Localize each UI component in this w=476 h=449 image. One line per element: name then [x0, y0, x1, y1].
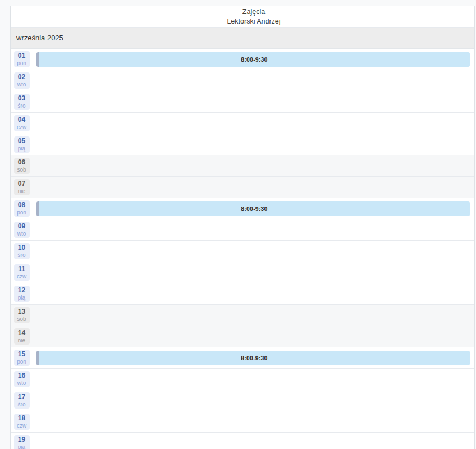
day-number: 04	[16, 116, 28, 124]
day-number: 12	[16, 287, 28, 295]
day-content-cell	[33, 134, 474, 155]
day-content-cell: 8:00-9:30	[33, 49, 474, 70]
event-time: 8:00-9:30	[241, 56, 267, 63]
day-name: wto	[16, 231, 28, 237]
month-row: września 2025	[11, 28, 474, 49]
event-time: 8:00-9:30	[241, 355, 267, 361]
day-badge: 15 pon	[14, 350, 30, 366]
day-content-cell: 8:00-9:30	[33, 198, 474, 219]
day-number: 16	[16, 372, 28, 380]
day-row: 02 wto	[11, 70, 474, 91]
day-row: 14 nie	[11, 326, 474, 347]
day-row: 07 nie	[11, 177, 474, 198]
day-badge: 12 pią	[14, 286, 30, 302]
day-number: 06	[16, 159, 28, 167]
day-content-cell	[33, 369, 474, 390]
day-row: 10 śro	[11, 241, 474, 262]
day-number: 13	[16, 308, 28, 316]
event-bar[interactable]: 8:00-9:30	[36, 52, 470, 67]
day-row: 17 śro	[11, 390, 474, 411]
event-bar[interactable]: 8:00-9:30	[36, 201, 470, 216]
day-row: 04 czw	[11, 113, 474, 134]
day-number: 05	[16, 138, 28, 145]
day-content-cell	[33, 155, 474, 176]
day-row: 13 sob	[11, 305, 474, 326]
day-number: 19	[16, 436, 28, 444]
day-name: nie	[16, 188, 28, 195]
day-row: 05 pią	[11, 134, 474, 155]
day-badge: 13 sob	[14, 307, 30, 323]
day-row: 08 pon 8:00-9:30	[11, 198, 474, 219]
day-number: 03	[16, 95, 28, 103]
day-content-cell: 8:00-9:30	[33, 347, 474, 368]
day-badge: 16 wto	[14, 371, 30, 387]
day-badge: 01 pon	[14, 51, 30, 67]
day-row: 03 śro	[11, 91, 474, 113]
day-number: 11	[16, 265, 28, 273]
day-name: pią	[16, 444, 28, 449]
day-name: sob	[16, 316, 28, 323]
day-label-cell: 01 pon	[11, 49, 33, 70]
day-badge: 14 nie	[14, 328, 30, 345]
day-row: 09 wto	[11, 219, 474, 241]
day-badge: 11 czw	[14, 264, 30, 281]
day-content-cell	[33, 326, 474, 347]
day-label-cell: 08 pon	[11, 198, 33, 219]
header-title-cell: Zajęcia Lektorski Andrzej	[33, 6, 474, 27]
day-number: 09	[16, 223, 28, 231]
schedule-title: Zajęcia	[242, 7, 265, 17]
day-content-cell	[33, 91, 474, 112]
day-label-cell: 15 pon	[11, 347, 33, 368]
day-name: pon	[16, 60, 28, 67]
day-label-cell: 16 wto	[11, 369, 33, 390]
day-content-cell	[33, 411, 474, 432]
day-name: pią	[16, 145, 28, 152]
day-row: 15 pon 8:00-9:30	[11, 347, 474, 369]
day-content-cell	[33, 433, 474, 449]
day-name: nie	[16, 337, 28, 344]
schedule-header-row: Zajęcia Lektorski Andrzej	[11, 6, 474, 28]
day-content-cell	[33, 262, 474, 283]
event-bar[interactable]: 8:00-9:30	[36, 351, 470, 365]
day-name: sob	[16, 167, 28, 173]
day-badge: 19 pią	[14, 435, 30, 449]
day-label-cell: 19 pią	[11, 433, 33, 449]
schedule-table: Zajęcia Lektorski Andrzej września 2025 …	[10, 6, 475, 449]
schedule-teacher-name: Lektorski Andrzej	[227, 17, 280, 26]
day-content-cell	[33, 283, 474, 304]
day-badge: 03 śro	[14, 94, 30, 110]
day-badge: 09 wto	[14, 222, 30, 238]
day-content-cell	[33, 177, 474, 198]
day-badge: 18 czw	[14, 414, 30, 430]
day-name: śro	[16, 401, 28, 408]
day-label-cell: 03 śro	[11, 91, 33, 112]
day-label-cell: 14 nie	[11, 326, 33, 347]
day-content-cell	[33, 219, 474, 240]
day-label-cell: 13 sob	[11, 305, 33, 326]
day-label-cell: 17 śro	[11, 390, 33, 411]
day-label-cell: 10 śro	[11, 241, 33, 262]
day-name: wto	[16, 81, 28, 88]
day-rows: 01 pon 8:00-9:30 02 wto 03 śro	[11, 49, 474, 449]
event-time: 8:00-9:30	[241, 205, 267, 212]
day-content-cell	[33, 113, 474, 134]
day-label-cell: 09 wto	[11, 219, 33, 240]
day-number: 18	[16, 415, 28, 423]
day-content-cell	[33, 390, 474, 411]
day-number: 02	[16, 74, 28, 81]
day-badge: 02 wto	[14, 72, 30, 89]
day-row: 06 sob	[11, 155, 474, 177]
day-label-cell: 07 nie	[11, 177, 33, 198]
day-name: pią	[16, 295, 28, 301]
day-label-cell: 12 pią	[11, 283, 33, 304]
day-name: czw	[16, 423, 28, 429]
day-label-cell: 11 czw	[11, 262, 33, 283]
day-number: 01	[16, 52, 28, 60]
day-name: pon	[16, 209, 28, 216]
day-content-cell	[33, 241, 474, 262]
day-number: 10	[16, 244, 28, 252]
day-label-cell: 04 czw	[11, 113, 33, 134]
month-label: września 2025	[16, 34, 63, 42]
day-label-cell: 18 czw	[11, 411, 33, 432]
day-badge: 06 sob	[14, 158, 30, 174]
